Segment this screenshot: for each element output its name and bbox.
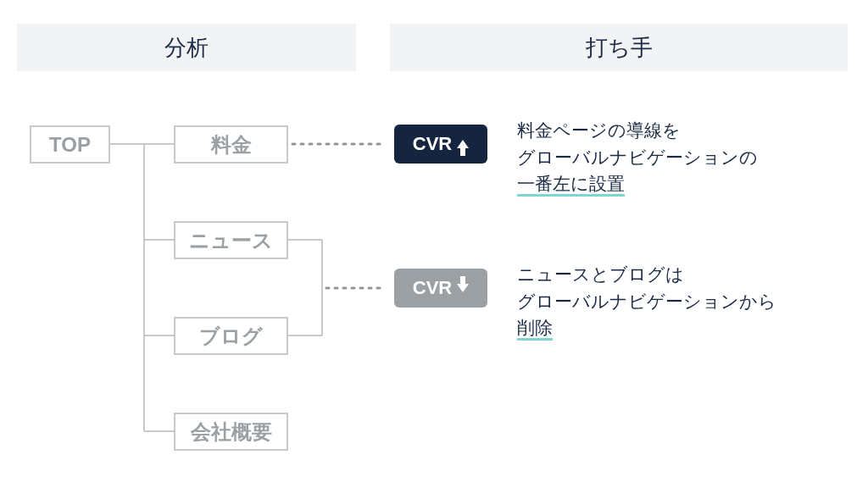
node-pricing: 料金 — [174, 125, 288, 164]
action-1-emph: 一番左に設置 — [517, 174, 625, 197]
action-2-emph: 削除 — [517, 318, 553, 341]
action-1-line1: 料金ページの導線を — [517, 120, 681, 140]
action-2-line2: グローバルナビゲーションから — [517, 291, 776, 311]
node-news: ニュース — [174, 221, 288, 259]
arrow-down-icon — [457, 284, 469, 292]
action-2-line1: ニュースとブログは — [517, 264, 684, 284]
header-action: 打ち手 — [390, 24, 848, 71]
node-top: TOP — [30, 125, 110, 164]
header-analysis: 分析 — [17, 24, 356, 71]
action-text-1: 料金ページの導線を グローバルナビゲーションの 一番左に設置 — [517, 117, 856, 197]
badge-cvr-down-label: CVR — [413, 277, 452, 299]
node-company: 会社概要 — [174, 413, 288, 451]
node-blog: ブログ — [174, 317, 288, 355]
arrow-up-icon — [457, 140, 469, 148]
badge-cvr-down: CVR — [394, 269, 487, 308]
action-1-line2: グローバルナビゲーションの — [517, 147, 758, 167]
connector-lines — [0, 0, 868, 488]
badge-cvr-up: CVR — [394, 125, 487, 164]
badge-cvr-up-label: CVR — [413, 133, 452, 155]
action-text-2: ニュースとブログは グローバルナビゲーションから 削除 — [517, 261, 856, 341]
